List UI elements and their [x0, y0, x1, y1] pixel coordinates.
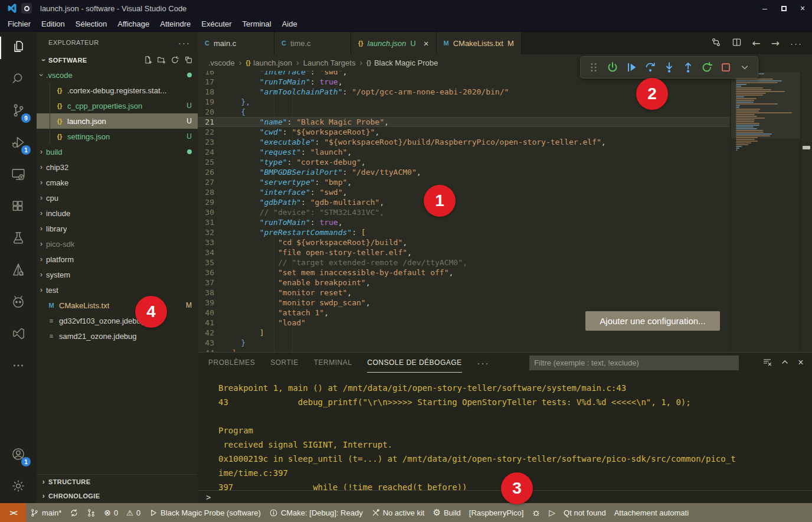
maximize-button[interactable] — [774, 0, 793, 17]
statusbar-item-sync[interactable] — [66, 503, 83, 522]
menu-item-aide[interactable]: Aide — [277, 18, 303, 30]
panel-more-icon[interactable]: ··· — [477, 358, 490, 368]
statusbar-item-main[interactable]: main* — [26, 503, 66, 522]
statusbar-item-0[interactable]: ⚠0 — [122, 503, 145, 522]
statusbar-item-branch2[interactable] — [83, 503, 100, 522]
split-editor-icon[interactable] — [732, 37, 742, 49]
menu-item-atteindre[interactable]: Atteindre — [155, 18, 196, 30]
statusbar-item-0[interactable]: ⊗0 — [100, 503, 122, 522]
editor-scrollbar[interactable] — [800, 71, 812, 352]
tree-item-platform[interactable]: ›platform — [37, 252, 198, 267]
tree-item-cmakelists-txt[interactable]: MCMakeLists.txtM — [37, 298, 198, 313]
close-icon[interactable]: × — [424, 38, 429, 48]
step-out-button[interactable] — [680, 59, 696, 76]
statusbar-item-build[interactable]: ⚙Build — [428, 503, 464, 522]
power-button[interactable] — [604, 59, 621, 76]
section-software[interactable]: › SOFTWARE — [37, 53, 198, 67]
activity-item-remote-explorer[interactable] — [0, 159, 37, 191]
statusbar-item-attachement-automati[interactable]: Attachement automati — [610, 503, 693, 522]
tree-item-system[interactable]: ›system — [37, 267, 198, 282]
panel-tab-console-de-d-bogage[interactable]: CONSOLE DE DÉBOGAGE — [367, 353, 461, 373]
continue-button[interactable] — [623, 59, 640, 76]
chevron-down-button[interactable] — [736, 59, 753, 76]
tree-item-library[interactable]: ›library — [37, 221, 198, 236]
statusbar-item-raspberrypico[interactable]: [RaspberryPico] — [465, 503, 528, 522]
statusbar-item-black-magic-probe-software[interactable]: Black Magic Probe (software) — [145, 503, 265, 522]
tree-item-chip32[interactable]: ›chip32 — [37, 159, 198, 175]
menu-item-ex-cuter[interactable]: Exécuter — [196, 18, 237, 30]
statusbar-item-no-active-kit[interactable]: No active kit — [367, 503, 429, 522]
tree-item-build[interactable]: ›build — [37, 144, 198, 159]
minimize-button[interactable]: – — [755, 0, 774, 17]
remote-indicator[interactable]: >< — [0, 503, 26, 522]
step-into-button[interactable] — [661, 59, 677, 76]
clear-console-icon[interactable] — [762, 357, 772, 368]
tree-item-c-cpp-properties-json[interactable]: {}c_cpp_properties.jsonU — [37, 98, 198, 113]
activity-item-source-control[interactable]: 9 — [0, 96, 37, 128]
close-button[interactable]: × — [793, 0, 812, 17]
tab-launch-json[interactable]: {}launch.jsonU× — [351, 32, 437, 54]
menu-item-s-lection[interactable]: Sélection — [70, 18, 112, 30]
breadcrumb-item-launch-targets[interactable]: Launch Targets — [303, 58, 356, 67]
activity-item-platformio[interactable] — [0, 287, 37, 319]
tree-item-vscode[interactable]: ›.vscode — [37, 67, 198, 83]
activity-item-test-beaker[interactable] — [0, 223, 37, 255]
stop-button[interactable] — [718, 59, 734, 76]
compare-changes-icon[interactable] — [711, 37, 721, 49]
section-chronologie[interactable]: › CHRONOLOGIE — [37, 489, 198, 503]
code-editor[interactable]: 16 "interface": "swd",17 "runToMain": tr… — [198, 71, 812, 352]
menu-item-affichage[interactable]: Affichage — [112, 18, 155, 30]
tree-item-samd21-ozone-jdebug[interactable]: ≡samd21_ozone.jdebug — [37, 328, 198, 344]
tree-item-gd32vf103-ozone-jdebug[interactable]: ≡gd32vf103_ozone.jdebug — [37, 313, 198, 328]
step-over-button[interactable] — [642, 59, 659, 76]
forward-icon[interactable]: → — [771, 37, 780, 49]
sidebar-more-icon[interactable]: ··· — [178, 38, 191, 48]
statusbar-item-play[interactable]: ▷ — [545, 503, 559, 522]
panel-tab-sortie[interactable]: SORTIE — [270, 353, 298, 373]
tree-item-cortex-debug-registers-stat[interactable]: {}.cortex-debug.registers.stat... — [37, 83, 198, 98]
section-structure[interactable]: › STRUCTURE — [37, 475, 198, 489]
tree-item-test[interactable]: ›test — [37, 282, 198, 298]
activity-item-vs-logo[interactable] — [0, 319, 37, 351]
tab-time-c[interactable]: Ctime.c — [274, 32, 351, 54]
activity-item-cmake[interactable] — [0, 255, 37, 287]
statusbar-item-qt-not-found[interactable]: Qt not found — [559, 503, 610, 522]
tree-item-pico-sdk[interactable]: ›pico-sdk — [37, 236, 198, 252]
maximize-panel-icon[interactable] — [780, 357, 790, 368]
collapse-all-icon[interactable] — [184, 56, 193, 66]
tree-item-launch-json[interactable]: {}launch.jsonU — [37, 113, 198, 129]
activity-item-extensions[interactable] — [0, 191, 37, 223]
statusbar-item-bug[interactable] — [528, 503, 545, 522]
menu-item-fichier[interactable]: Fichier — [2, 18, 36, 30]
minimap[interactable] — [731, 71, 800, 352]
tab-cmakelists-txt[interactable]: MCMakeLists.txtM — [437, 32, 522, 54]
scrollbar-handle[interactable] — [803, 146, 810, 149]
activity-item-explorer[interactable] — [0, 32, 37, 64]
statusbar-item-cmake-debug-ready[interactable]: CMake: [Debug]: Ready — [265, 503, 367, 522]
tree-item-cmake[interactable]: ›cmake — [37, 175, 198, 190]
tree-item-settings-json[interactable]: {}settings.jsonU — [37, 129, 198, 144]
refresh-icon[interactable] — [171, 56, 179, 66]
activity-item-more[interactable] — [0, 351, 37, 383]
panel-tab-terminal[interactable]: TERMINAL — [314, 353, 352, 373]
breadcrumb-item-black-magic-probe[interactable]: {}Black Magic Probe — [366, 58, 438, 67]
activity-item-account[interactable]: 1 — [0, 439, 37, 471]
add-configuration-button[interactable]: Ajouter une configuration... — [585, 311, 720, 331]
console-filter-input[interactable] — [529, 355, 739, 370]
restart-button[interactable] — [699, 59, 715, 76]
tab-main-c[interactable]: Cmain.c — [198, 32, 274, 54]
activity-item-search[interactable] — [0, 64, 37, 96]
tree-item-include[interactable]: ›include — [37, 205, 198, 221]
new-file-icon[interactable] — [143, 56, 152, 66]
menu-item-edition[interactable]: Edition — [36, 18, 70, 30]
close-panel-icon[interactable]: × — [798, 357, 804, 368]
tree-item-cpu[interactable]: ›cpu — [37, 190, 198, 205]
activity-item-settings[interactable] — [0, 471, 37, 503]
breadcrumb-item-vscode[interactable]: .vscode — [208, 58, 235, 67]
back-icon[interactable]: ← — [752, 37, 761, 49]
panel-tab-probl-mes[interactable]: PROBLÈMES — [208, 353, 255, 373]
more-icon[interactable]: ··· — [790, 38, 803, 48]
breadcrumb-item-launch-json[interactable]: {}launch.json — [245, 58, 292, 67]
new-folder-icon[interactable] — [157, 56, 166, 66]
activity-item-run-debug[interactable]: 1 — [0, 128, 37, 159]
